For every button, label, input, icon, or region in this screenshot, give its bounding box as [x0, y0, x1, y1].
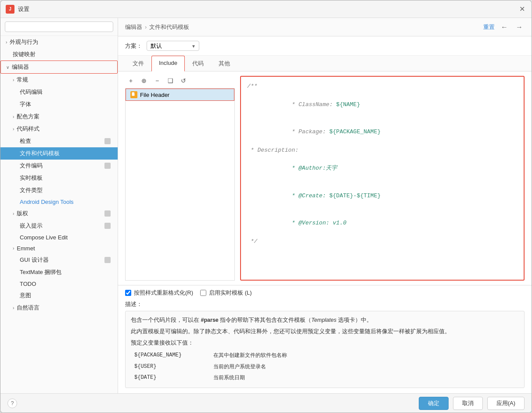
sidebar-item-textmate[interactable]: TextMate 捆绑包: [0, 266, 118, 278]
var-name: ${PACKAGE_NAME}: [131, 350, 210, 361]
sidebar-item-embed-hint[interactable]: 嵌入提示: [0, 220, 118, 232]
code-line: * Package: ${PACKAGE_NAME}: [247, 118, 518, 146]
sidebar-item-copyright[interactable]: › 版权: [0, 207, 118, 220]
content-area: + ⊕ − ❑ ↺ File Header: [118, 71, 532, 285]
chevron-icon: ›: [13, 246, 14, 251]
description-label: 描述：: [125, 300, 525, 308]
sidebar-item-label: 编辑器: [12, 63, 29, 71]
panel-actions: 重置 ← →: [483, 22, 525, 32]
reformat-label: 按照样式重新格式化(R): [134, 289, 193, 297]
tab-include[interactable]: Include: [151, 56, 185, 71]
back-button[interactable]: ←: [499, 22, 510, 32]
sidebar-item-appearance[interactable]: › 外观与行为: [0, 36, 118, 48]
sidebar-item-code-style[interactable]: › 代码样式: [0, 123, 118, 135]
tab-other[interactable]: 其他: [211, 56, 237, 71]
code-line: * Description:: [247, 146, 518, 155]
file-icon: [130, 91, 137, 98]
settings-icon: [104, 163, 111, 169]
sidebar-item-label: 文件编码: [20, 162, 43, 170]
sidebar-item-natural-language[interactable]: › 自然语言: [0, 302, 118, 314]
search-input[interactable]: [5, 21, 113, 32]
sidebar-item-file-templates[interactable]: 文件和代码模板: [0, 147, 118, 160]
chevron-icon: ›: [13, 114, 14, 119]
sidebar-item-label: 实时模板: [20, 174, 43, 182]
reformat-checkbox[interactable]: [125, 290, 131, 296]
tab-code[interactable]: 代码: [185, 56, 211, 71]
list-item-label: File Header: [140, 92, 169, 98]
remove-button[interactable]: −: [151, 76, 163, 85]
footer-right: 确定 取消 应用(A): [419, 397, 525, 410]
realtime-checkbox[interactable]: [200, 290, 206, 296]
sidebar-item-compose-live-edit[interactable]: Compose Live Edit: [0, 232, 118, 243]
tabs-row: 文件 Include 代码 其他: [118, 56, 532, 71]
bottom-panel: 按照样式重新格式化(R) 启用实时模板 (L) 描述： 包含一个代码片段，可以在…: [118, 285, 532, 393]
app-icon: J: [6, 5, 14, 14]
tab-files[interactable]: 文件: [125, 56, 151, 71]
footer: ? 确定 取消 应用(A): [0, 393, 532, 413]
sidebar-item-gui-designer[interactable]: GUI 设计器: [0, 254, 118, 266]
copy-button[interactable]: ⊕: [138, 76, 150, 85]
chevron-icon: ∨: [6, 65, 9, 70]
confirm-button[interactable]: 确定: [419, 397, 449, 410]
sidebar-item-general[interactable]: › 常规: [0, 74, 118, 86]
add-button[interactable]: +: [125, 76, 137, 85]
code-editor[interactable]: /** * ClassName: ${NAME} * Package: ${PA…: [240, 76, 525, 281]
reset-button[interactable]: 重置: [483, 23, 495, 31]
sidebar-item-label: TODO: [20, 281, 36, 287]
sidebar-item-intention[interactable]: 意图: [0, 289, 118, 302]
realtime-checkbox-item[interactable]: 启用实时模板 (L): [200, 289, 252, 297]
sidebar-item-font[interactable]: 字体: [0, 98, 118, 110]
breadcrumb: 编辑器 › 文件和代码模板: [125, 23, 189, 31]
sidebar-item-label: GUI 设计器: [20, 256, 49, 264]
sidebar-item-file-type[interactable]: 文件类型: [0, 184, 118, 196]
revert-button[interactable]: ↺: [178, 76, 189, 85]
sidebar-item-file-encoding[interactable]: 文件编码: [0, 160, 118, 172]
duplicate-button[interactable]: ❑: [165, 76, 176, 85]
scheme-select[interactable]: 默认 项目: [147, 41, 199, 51]
list-item[interactable]: File Header: [126, 89, 234, 101]
table-row: ${PACKAGE_NAME} 在其中创建新文件的软件包名称: [131, 350, 519, 361]
sidebar-item-color-scheme[interactable]: › 配色方案: [0, 110, 118, 123]
sidebar-item-label: 版权: [17, 210, 28, 217]
chevron-icon: ›: [13, 306, 14, 310]
chevron-icon: ›: [13, 211, 14, 216]
variable-table: ${PACKAGE_NAME} 在其中创建新文件的软件包名称 ${USER} 当…: [131, 350, 519, 383]
sidebar-item-keymaps[interactable]: 按键映射: [0, 48, 118, 61]
titlebar-left: J 设置: [6, 5, 29, 14]
close-button[interactable]: ✕: [518, 5, 526, 14]
code-line: /**: [247, 82, 518, 91]
sidebar-item-label: 嵌入提示: [20, 222, 43, 230]
sidebar-item-emmet[interactable]: › Emmet: [0, 243, 118, 254]
sidebar-item-todo[interactable]: TODO: [0, 278, 118, 289]
description-box: 包含一个代码片段，可以在 #parse 指令的帮助下将其包含在文件模板（Temp…: [125, 311, 525, 388]
svg-rect-0: [132, 92, 135, 96]
var-desc: 当前系统日期: [210, 372, 519, 383]
sidebar-item-code-editing[interactable]: 代码编辑: [0, 86, 118, 98]
code-line: */: [247, 237, 518, 246]
sidebar-item-label: Compose Live Edit: [20, 234, 68, 241]
window-title: 设置: [18, 5, 29, 13]
checkbox-row: 按照样式重新格式化(R) 启用实时模板 (L): [125, 289, 525, 297]
sidebar-item-editor[interactable]: ∨ 编辑器: [0, 61, 118, 74]
sidebar-item-label: 自然语言: [17, 304, 40, 312]
sidebar-item-label: Emmet: [17, 245, 35, 252]
help-button[interactable]: ?: [7, 399, 17, 408]
sidebar-item-android-design-tools[interactable]: Android Design Tools: [0, 196, 118, 207]
sidebar-item-inspection[interactable]: 检查: [0, 135, 118, 147]
apply-button[interactable]: 应用(A): [487, 397, 525, 410]
cancel-button[interactable]: 取消: [453, 397, 483, 410]
forward-button[interactable]: →: [514, 22, 525, 32]
var-desc: 当前的用户系统登录名: [210, 361, 519, 372]
var-desc: 在其中创建新文件的软件包名称: [210, 350, 519, 361]
table-row: ${DATE} 当前系统日期: [131, 372, 519, 383]
titlebar: J 设置 ✕: [0, 0, 532, 18]
sidebar-item-label: Android Design Tools: [20, 199, 74, 205]
code-line: * ClassName: ${NAME}: [247, 91, 518, 118]
reformat-checkbox-item[interactable]: 按照样式重新格式化(R): [125, 289, 193, 297]
list-toolbar: + ⊕ − ❑ ↺: [125, 76, 235, 85]
template-list: File Header: [125, 88, 235, 281]
chevron-icon: ›: [6, 40, 7, 45]
sidebar-item-label: 外观与行为: [10, 38, 38, 46]
footer-left: ?: [7, 399, 17, 408]
sidebar-item-realtime-template[interactable]: 实时模板: [0, 172, 118, 184]
